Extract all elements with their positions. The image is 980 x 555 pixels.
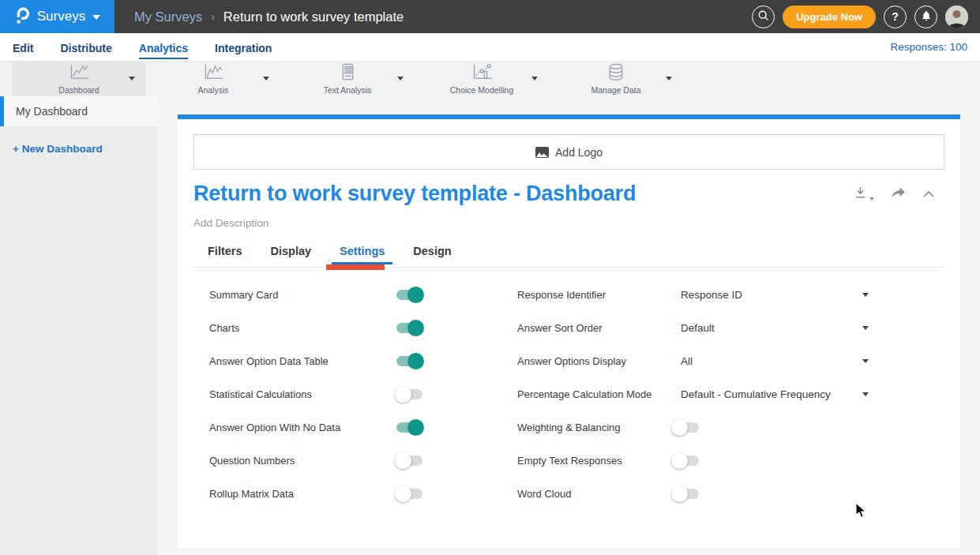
toggle-knob — [407, 320, 424, 336]
dashboard-actions — [854, 186, 935, 202]
toggle-knob — [407, 287, 424, 303]
setting-row: Answer Options Display All — [517, 344, 912, 377]
dropdown-percentage-calculation-mode[interactable]: Default - Cumulative Frequency — [681, 388, 831, 400]
share-button[interactable] — [891, 186, 906, 202]
tab-filters[interactable]: Filters — [200, 241, 250, 264]
product-switcher[interactable]: Surveys — [0, 0, 115, 33]
add-logo-dropzone[interactable]: Add Logo — [193, 134, 944, 170]
image-icon — [535, 147, 549, 158]
question-mark-icon: ? — [892, 10, 899, 23]
nav-edit[interactable]: Edit — [13, 36, 33, 59]
toggle-answer-option-data-table[interactable] — [396, 356, 422, 366]
setting-label: Answer Option Data Table — [209, 355, 329, 367]
chevron-down-icon[interactable] — [862, 326, 869, 330]
breadcrumb-current-survey: Return to work survey template — [223, 9, 404, 24]
toolbar-dashboard[interactable]: Dashboard — [12, 62, 146, 96]
search-icon — [757, 9, 769, 24]
tab-design[interactable]: Design — [405, 241, 459, 264]
setting-label: Answer Option With No Data — [209, 422, 340, 433]
setting-label: Answer Sort Order — [517, 322, 603, 334]
download-button[interactable] — [854, 186, 874, 202]
toggle-word-cloud[interactable] — [673, 489, 699, 499]
chevron-down-icon[interactable] — [397, 77, 404, 81]
app-window: Surveys My Surveys › Return to work surv… — [0, 0, 980, 555]
dropdown-response-identifier[interactable]: Response ID — [681, 289, 742, 301]
tab-display[interactable]: Display — [263, 241, 320, 264]
setting-row: Answer Sort Order Default — [517, 311, 912, 344]
nav-distribute[interactable]: Distribute — [60, 36, 111, 59]
tab-settings[interactable]: Settings — [332, 241, 392, 264]
database-icon — [606, 63, 625, 84]
search-button[interactable] — [752, 6, 775, 28]
toggle-charts[interactable] — [396, 323, 422, 333]
setting-label: Percentage Calculation Mode — [517, 388, 652, 400]
add-description-field[interactable]: Add Description — [193, 217, 268, 229]
setting-row: Charts — [209, 311, 541, 344]
survey-nav: Edit Distribute Analytics Integration Re… — [0, 33, 980, 62]
upgrade-now-button[interactable]: Upgrade Now — [783, 6, 876, 28]
chevron-down-icon — [869, 197, 874, 201]
sidebar-item-my-dashboard[interactable]: My Dashboard — [0, 96, 158, 126]
settings-left-column: Summary Card Charts Answer Option Data T… — [209, 278, 541, 510]
share-forward-icon — [891, 186, 906, 202]
breadcrumb: My Surveys › Return to work survey templ… — [134, 9, 404, 24]
breadcrumb-my-surveys[interactable]: My Surveys — [134, 9, 202, 24]
setting-row: Answer Option Data Table — [209, 344, 541, 377]
toggle-knob — [671, 419, 688, 436]
settings-right-column: Response Identifier Response ID Answer S… — [517, 278, 912, 510]
toolbar-item-label: Manage Data — [591, 85, 640, 95]
toolbar-text-analysis[interactable]: Text Analysis — [280, 62, 415, 96]
toggle-rollup-matrix-data[interactable] — [396, 489, 422, 499]
toggle-weighting-balancing[interactable] — [673, 422, 699, 433]
help-button[interactable]: ? — [884, 6, 907, 28]
dashboard-title[interactable]: Return to work survey template - Dashboa… — [193, 182, 636, 206]
toggle-knob — [395, 486, 411, 502]
header-actions: Upgrade Now ? — [752, 6, 980, 28]
toggle-empty-text-responses[interactable] — [673, 456, 699, 466]
toolbar-manage-data[interactable]: Manage Data — [549, 62, 683, 96]
setting-row: Statistical Calculations — [209, 377, 541, 411]
dropdown-answer-options-display[interactable]: All — [681, 355, 693, 367]
toggle-knob — [395, 386, 411, 403]
chevron-down-icon[interactable] — [263, 77, 269, 81]
toolbar-item-label: Choice Modelling — [450, 85, 514, 95]
add-logo-label: Add Logo — [555, 146, 603, 159]
toggle-question-numbers[interactable] — [396, 456, 422, 466]
setting-label: Response Identifier — [517, 289, 606, 301]
main-content-area: Add Logo Return to work survey template … — [158, 96, 980, 555]
toolbar-item-label: Dashboard — [58, 85, 99, 95]
chevron-down-icon[interactable] — [862, 392, 869, 396]
chevron-down-icon[interactable] — [862, 293, 869, 297]
toolbar-choice-modelling[interactable]: Choice Modelling — [415, 62, 549, 96]
chevron-down-icon[interactable] — [531, 77, 538, 81]
chevron-down-icon[interactable] — [666, 77, 672, 81]
setting-row: Response Identifier Response ID — [517, 278, 912, 311]
collapse-button[interactable] — [922, 187, 935, 201]
toolbar-analysis[interactable]: Analysis — [146, 62, 280, 96]
toggle-knob — [407, 353, 424, 369]
toggle-answer-option-with-no-data[interactable] — [396, 422, 422, 433]
setting-label: Summary Card — [209, 289, 278, 301]
chevron-down-icon[interactable] — [862, 359, 869, 363]
chevron-up-icon — [922, 187, 935, 201]
toggle-statistical-calculations[interactable] — [396, 389, 422, 399]
toolbar-item-label: Text Analysis — [324, 85, 372, 95]
dashboard-panel: Add Logo Return to work survey template … — [178, 114, 960, 548]
setting-row: Summary Card — [209, 278, 541, 311]
product-name: Surveys — [37, 9, 85, 24]
dropdown-answer-sort-order[interactable]: Default — [681, 322, 715, 334]
scatter-chart-icon — [470, 63, 494, 84]
notifications-button[interactable] — [914, 6, 937, 28]
responses-count[interactable]: Responses: 100 — [890, 41, 967, 53]
setting-row: Word Cloud — [517, 477, 912, 510]
nav-integration[interactable]: Integration — [215, 36, 272, 59]
chevron-down-icon[interactable] — [129, 77, 135, 81]
user-avatar[interactable] — [945, 6, 968, 28]
new-dashboard-button[interactable]: + New Dashboard — [13, 143, 158, 155]
settings-tabs: Filters Display Settings Design — [200, 241, 460, 264]
toggle-summary-card[interactable] — [396, 290, 422, 300]
toolbar-item-label: Analysis — [197, 85, 228, 95]
document-grid-icon — [337, 63, 358, 84]
nav-analytics[interactable]: Analytics — [139, 36, 188, 59]
breadcrumb-separator: › — [211, 10, 215, 23]
